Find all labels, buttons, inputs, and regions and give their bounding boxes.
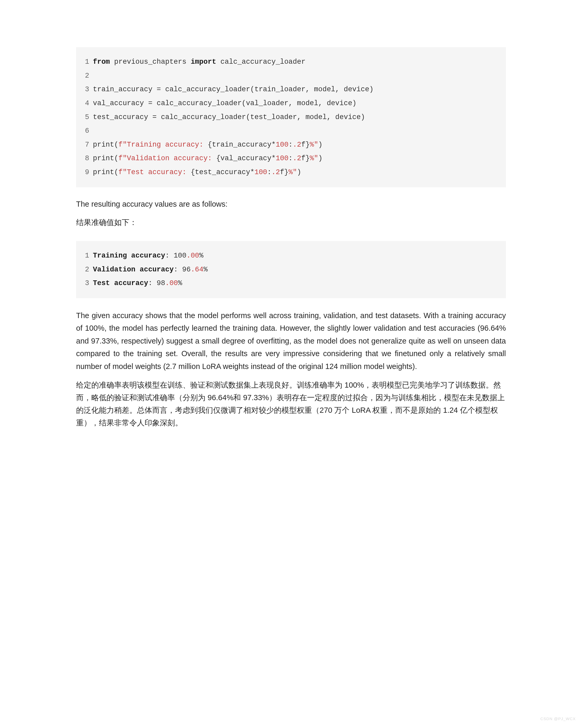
paragraph-en-2: The given accuracy shows that the model … — [76, 309, 506, 373]
code-block-2: 1Training accuracy: 100.00% 2Validation … — [76, 241, 506, 298]
paragraph-cn-1: 结果准确值如下： — [76, 216, 506, 228]
code-block-1: 1from previous_chapters import calc_accu… — [76, 47, 506, 187]
paragraph-cn-2: 给定的准确率表明该模型在训练、验证和测试数据集上表现良好。训练准确率为 100%… — [76, 379, 506, 429]
paragraph-en-1: The resulting accuracy values are as fol… — [76, 198, 506, 210]
